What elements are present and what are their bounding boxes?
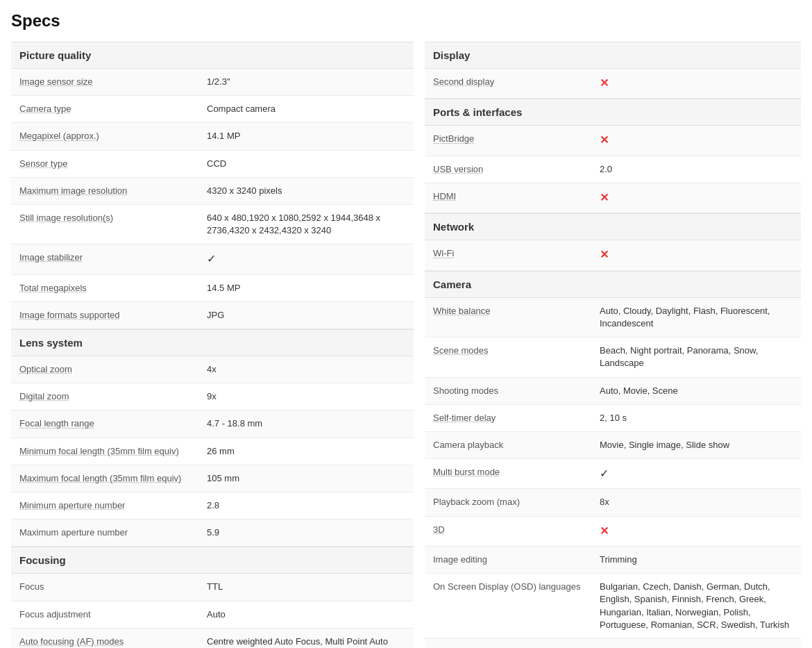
spec-label: PictBridge [425,126,591,155]
spec-label: Minimum focal length (35mm film equiv) [11,438,198,465]
spec-label: Camera playback [425,432,591,458]
spec-label: Image stabilizer [11,244,198,274]
spec-row: Digital zoom9x [11,383,414,410]
spec-row: Image sensor size1/2.3" [11,69,414,96]
spec-value: DCF 2.0, DPOF 1.1 [591,639,801,648]
cross-icon: ✕ [600,249,609,260]
spec-value: ✕ [591,183,801,213]
spec-label: Total megapixels [11,275,198,301]
spec-value: 2.0 [591,156,801,183]
spec-value: CCD [198,151,414,177]
spec-label: Image editing [425,547,591,573]
spec-row: Megapixel (approx.)14.1 MP [11,123,414,150]
spec-value: 2, 10 s [591,405,801,431]
spec-row: Camera typeCompact camera [11,96,414,123]
spec-row: HDMI✕ [425,183,801,213]
spec-label: Image sensor size [11,69,198,95]
spec-label: Maximum focal length (35mm film equiv) [11,465,198,492]
spec-value: 4x [198,356,414,383]
spec-label: Image formats supported [11,302,198,329]
spec-label: Sensor type [11,151,198,177]
spec-value: 9x [198,383,414,410]
spec-row: Playback zoom (max)8x [425,489,801,516]
spec-row: Maximum focal length (35mm film equiv)10… [11,465,414,492]
spec-label: Minimum aperture number [11,492,198,519]
cross-icon: ✕ [600,134,609,146]
spec-row: Second display✕ [425,69,801,99]
spec-row: Optical zoom4x [11,356,414,383]
spec-value: Trimming [591,547,801,573]
spec-label: Wi-Fi [425,240,591,269]
spec-value: 640 x 480,1920 x 1080,2592 x 1944,3648 x… [198,205,414,244]
spec-value: 8x [591,489,801,515]
cross-icon: ✕ [600,192,609,203]
spec-label: Camera type [11,96,198,122]
checkmark-icon: ✓ [600,467,609,479]
spec-row: Scene modesBeach, Night portrait, Panora… [425,338,801,377]
spec-label: Multi burst mode [425,459,591,488]
spec-value: 5.9 [198,520,414,546]
right-column: DisplaySecond display✕Ports & interfaces… [425,42,801,648]
spec-label: Second display [425,69,591,98]
spec-label: Playback zoom (max) [425,489,591,515]
spec-row: Image stabilizer✓ [11,244,414,274]
spec-value: TTL [198,574,414,600]
section-header-picture-quality: Picture quality [11,42,414,69]
section-header-display: Display [425,42,801,69]
checkmark-icon: ✓ [207,253,216,265]
spec-row: Maximum image resolution4320 x 3240 pixe… [11,178,414,205]
spec-row: Self-timer delay2, 10 s [425,405,801,432]
spec-label: Still image resolution(s) [11,205,198,244]
spec-value: 4.7 - 18.8 mm [198,410,414,437]
spec-value: 14.5 MP [198,275,414,301]
spec-value: Auto [198,601,414,628]
spec-label: HDMI [425,183,591,213]
cross-icon: ✕ [600,525,609,537]
spec-label: Scene modes [425,338,591,376]
spec-row: Minimum aperture number2.8 [11,492,414,520]
spec-value: ✕ [591,69,801,98]
spec-value: 105 mm [198,465,414,492]
spec-row: Focus adjustmentAuto [11,601,414,629]
section-header-lens-system: Lens system [11,329,414,356]
spec-label: Self-timer delay [425,405,591,431]
spec-value: Centre weighted Auto Focus, Multi Point … [198,629,414,648]
spec-row: Camera file systemDCF 2.0, DPOF 1.1 [425,639,801,648]
spec-row: On Screen Display (OSD) languagesBulgari… [425,574,801,639]
spec-label: Camera file system [425,639,591,648]
spec-row: PictBridge✕ [425,126,801,156]
spec-label: Focus [11,574,198,600]
spec-value: Beach, Night portrait, Panorama, Snow, L… [591,338,801,376]
spec-value: Auto, Cloudy, Daylight, Flash, Fluoresce… [591,298,801,337]
spec-value: 1/2.3" [198,69,414,95]
page-title: Specs [11,11,801,31]
spec-row: FocusTTL [11,574,414,601]
left-column: Picture qualityImage sensor size1/2.3"Ca… [11,42,414,648]
spec-row: Minimum focal length (35mm film equiv)26… [11,438,414,465]
spec-row: Multi burst mode✓ [425,459,801,489]
spec-label: Digital zoom [11,383,198,410]
spec-label: Focus adjustment [11,601,198,628]
spec-label: White balance [425,298,591,337]
specs-layout: Picture qualityImage sensor size1/2.3"Ca… [11,42,801,648]
spec-row: Image editingTrimming [425,547,801,574]
spec-label: On Screen Display (OSD) languages [425,574,591,638]
spec-value: ✓ [198,244,414,274]
spec-value: ✕ [591,517,801,546]
spec-row: White balanceAuto, Cloudy, Daylight, Fla… [425,298,801,338]
spec-label: Megapixel (approx.) [11,123,198,149]
section-header-focusing: Focusing [11,547,414,574]
spec-row: Shooting modesAuto, Movie, Scene [425,378,801,405]
spec-row: Wi-Fi✕ [425,240,801,270]
cross-icon: ✕ [600,77,609,89]
spec-value: 26 mm [198,438,414,465]
spec-label: Focal length range [11,410,198,437]
spec-row: USB version2.0 [425,156,801,183]
section-header-ports-interfaces: Ports & interfaces [425,99,801,126]
section-header-camera: Camera [425,271,801,298]
spec-row: Auto focusing (AF) modesCentre weighted … [11,629,414,648]
spec-label: Shooting modes [425,378,591,404]
spec-row: Image formats supportedJPG [11,302,414,329]
spec-row: Camera playbackMovie, Single image, Slid… [425,432,801,459]
spec-label: Optical zoom [11,356,198,383]
